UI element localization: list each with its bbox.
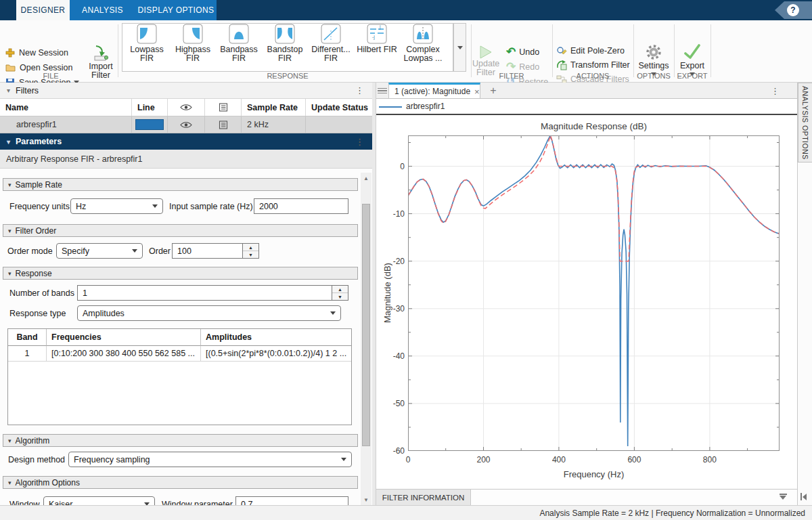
gallery-label: FIR [232, 53, 246, 63]
y-tick-label: -40 [376, 351, 405, 361]
filters-menu-icon[interactable]: ⋮ [355, 85, 364, 95]
chart-canvas [408, 135, 780, 451]
tab-display-options[interactable]: DISPLAY OPTIONS [135, 0, 217, 20]
window-parameter-field[interactable]: 0.7 [235, 496, 348, 505]
dropdown-value: Hz [76, 202, 86, 211]
scrollbar-thumb[interactable] [362, 204, 370, 446]
highpass-fir-icon [183, 24, 203, 44]
section-header-algorithm-options[interactable]: ▾Algorithm Options [3, 476, 358, 489]
tab-designer[interactable]: DESIGNER [16, 0, 70, 20]
gallery-label: Hilbert FIR [357, 45, 397, 54]
close-icon[interactable]: × [474, 87, 480, 97]
undo-button[interactable]: ↶ Undo [506, 47, 539, 58]
input-sample-rate-field[interactable]: 2000 [254, 198, 348, 214]
frequency-units-dropdown[interactable]: Hz [70, 198, 163, 214]
column-header-line[interactable]: Line [132, 99, 168, 116]
number-of-bands-spinner[interactable]: ▲▼ [332, 285, 348, 301]
plot-tab-magnitude[interactable]: 1 (active): Magnitude × [388, 83, 480, 99]
collapse-caret-icon[interactable]: ▾ [7, 138, 10, 146]
frequencies-column-header[interactable]: Frequencies [47, 329, 201, 346]
file-group-label: FILE [14, 72, 88, 81]
field-value: 0.7 [241, 500, 252, 506]
frequencies-cell[interactable]: [0:10:200 300 380 400 550 562 585 ... [47, 346, 201, 362]
amplitudes-cell[interactable]: [(0.5+sin(2*pi*8*(0:0.01:0.2))/4) 1 2 ..… [201, 346, 351, 362]
parameters-menu-icon[interactable]: ⋮ [355, 137, 364, 147]
spinner-up-icon[interactable]: ▲ [243, 244, 258, 251]
parameters-subtitle: Arbitrary Response FIR - arbrespfir1 [0, 150, 372, 169]
scroll-up-icon[interactable]: ▲ [361, 173, 371, 183]
ribbon: New Session Open Session Save Session FI… [0, 20, 812, 83]
gallery-label: FIR [278, 53, 292, 63]
import-filter-button[interactable]: ImportFilter [87, 45, 115, 80]
undo-icon: ↶ [506, 47, 516, 57]
design-method-dropdown[interactable]: Frequency sampling [68, 452, 352, 467]
design-method-label: Design method [8, 452, 65, 467]
tab-analysis[interactable]: ANALYSIS [70, 0, 135, 20]
response-gallery-dropdown[interactable] [453, 23, 466, 72]
settings-button[interactable]: Settings [635, 43, 673, 76]
amplitudes-column-header[interactable]: Amplitudes [201, 329, 351, 346]
window-dropdown[interactable]: Kaiser [43, 496, 155, 505]
redo-button[interactable]: ↷ Redo [506, 62, 539, 72]
gallery-label: Different... [311, 45, 350, 54]
add-tab-button[interactable]: + [486, 84, 501, 98]
spinner-down-icon[interactable]: ▼ [243, 251, 258, 258]
collapse-panel-left-icon[interactable] [800, 493, 807, 500]
section-header-response[interactable]: ▾Response [3, 267, 358, 280]
column-header-visibility[interactable] [168, 99, 205, 116]
line-cell[interactable] [132, 116, 168, 133]
spinner-up-icon[interactable]: ▲ [332, 286, 348, 293]
edit-pole-zero-button[interactable]: Edit Pole-Zero [556, 45, 625, 56]
column-header-sample-rate[interactable]: Sample Rate [242, 99, 306, 116]
actions-group-label: ACTIONS [555, 72, 631, 81]
filter-information-tab[interactable]: FILTER INFORMATION [376, 490, 471, 506]
band-cell[interactable]: 1 [8, 346, 47, 362]
spinner-down-icon[interactable]: ▼ [332, 293, 348, 300]
transform-filter-button[interactable]: Transform Filter [556, 60, 630, 70]
response-item-complex-lowpass[interactable]: ComplexLowpas ... [401, 24, 445, 63]
parameters-panel-header[interactable]: ▾ Parameters ⋮ [0, 133, 372, 150]
parameters-scrollbar[interactable]: ▲ ▼ [361, 173, 371, 505]
response-item-bandpass-fir[interactable]: BandpassFIR [217, 24, 261, 63]
field-value: 100 [177, 246, 191, 256]
response-item-differentiator-fir[interactable]: Different...FIR [309, 24, 353, 63]
filters-panel-header[interactable]: ▾ Filters ⋮ [0, 83, 372, 99]
tab-list-icon[interactable] [378, 85, 387, 96]
legend-cell[interactable] [205, 116, 242, 133]
scroll-down-icon[interactable]: ▼ [361, 494, 371, 505]
dropdown-value: Amplitudes [83, 309, 125, 318]
import-filter-label-2: Filter [91, 70, 110, 80]
response-item-bandstop-fir[interactable]: BandstopFIR [263, 24, 307, 63]
band-table: Band Frequencies Amplitudes 1 [0:10:200 … [7, 328, 352, 425]
dropdown-value: Frequency sampling [74, 455, 150, 464]
filter-sample-rate: 2 kHz [242, 116, 306, 133]
line-color-swatch[interactable] [135, 119, 164, 130]
column-header-update-status[interactable]: Update Status [306, 99, 372, 116]
number-of-bands-field[interactable]: 1 [77, 285, 332, 301]
column-header-name[interactable]: Name [0, 99, 132, 116]
filter-table-row[interactable]: arbrespfir1 2 kHz [0, 116, 372, 133]
order-spinner[interactable]: ▲▼ [243, 243, 259, 259]
collapse-panel-up-icon[interactable] [778, 494, 788, 502]
section-header-algorithm[interactable]: ▾Algorithm [3, 434, 358, 447]
response-type-dropdown[interactable]: Amplitudes [77, 305, 341, 321]
plot-menu-icon[interactable]: ⋮ [771, 86, 780, 96]
new-session-label: New Session [19, 48, 68, 58]
analysis-options-tab[interactable]: ANALYSIS OPTIONS [798, 83, 812, 162]
order-field[interactable]: 100 [172, 243, 243, 259]
visibility-cell[interactable] [168, 116, 205, 133]
response-item-hilbert-fir[interactable]: j-j Hilbert FIR [355, 24, 399, 54]
order-mode-dropdown[interactable]: Specify [56, 243, 143, 259]
section-header-sample-rate[interactable]: ▾Sample Rate [3, 178, 358, 191]
section-header-filter-order[interactable]: ▾Filter Order [3, 224, 358, 237]
edit-pole-zero-label: Edit Pole-Zero [570, 46, 625, 56]
collapse-caret-icon[interactable]: ▾ [7, 87, 10, 94]
response-item-lowpass-fir[interactable]: LowpassFIR [125, 24, 169, 63]
response-item-highpass-fir[interactable]: HighpassFIR [171, 24, 215, 63]
redo-label: Redo [519, 62, 539, 72]
new-session-button[interactable]: New Session [5, 47, 68, 58]
column-header-legend[interactable] [205, 99, 242, 116]
help-icon[interactable]: ? [787, 4, 799, 16]
export-button[interactable]: Export [675, 43, 709, 76]
band-column-header[interactable]: Band [8, 329, 47, 346]
